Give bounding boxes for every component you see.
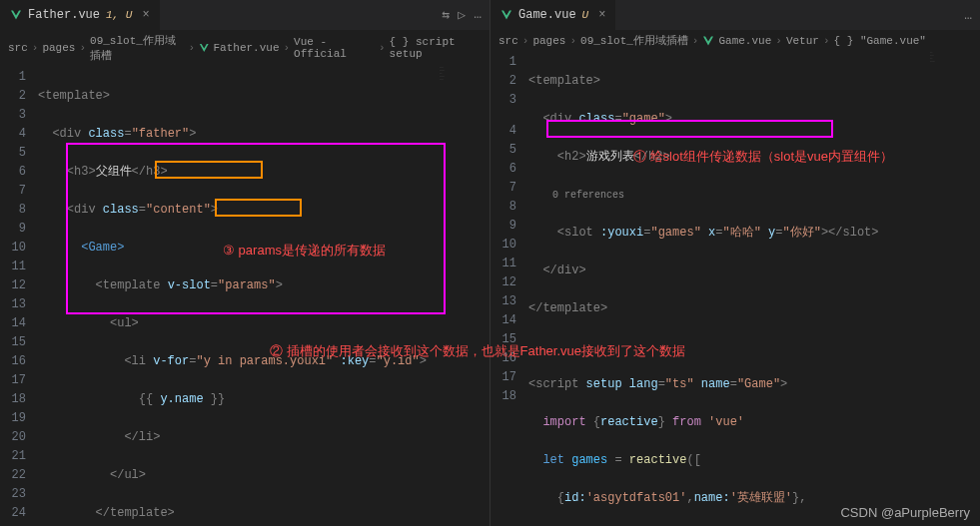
minimap[interactable]: ▬▬▬▬▬▬▬▬▬▬▬▬▬▬▬▬ <box>440 66 490 146</box>
tab-actions: … <box>964 8 980 23</box>
references-codelens[interactable]: 0 references <box>528 186 980 205</box>
vue-icon <box>199 42 210 54</box>
tab-label: Game.vue <box>518 8 576 22</box>
tab-father-vue[interactable]: Father.vue 1, U × <box>0 0 160 30</box>
vue-icon <box>702 35 714 47</box>
breadcrumb[interactable]: src› pages› 09_slot_作用域插槽› Father.vue› V… <box>0 30 490 66</box>
more-icon[interactable]: … <box>964 8 972 23</box>
minimap[interactable]: ▬▬▬▬▬▬▬▬▬▬▬ <box>930 51 980 131</box>
tab-modified: U <box>582 9 589 21</box>
editor-left[interactable]: 1234567891011121314151617181920212223242… <box>0 66 490 526</box>
watermark: CSDN @aPurpleBerry <box>840 505 970 520</box>
tab-label: Father.vue <box>28 8 100 22</box>
code-area[interactable]: <template> <div class="father"> <h3>父组件<… <box>38 66 490 526</box>
compare-icon[interactable]: ⇆ <box>443 7 451 23</box>
close-icon[interactable]: × <box>598 8 605 22</box>
tab-bar: Game.vue U × … <box>490 0 980 30</box>
editor-pane-right: Game.vue U × … src› pages› 09_slot_作用域插槽… <box>490 0 980 526</box>
tab-modified: 1, U <box>106 9 132 21</box>
editor-pane-left: Father.vue 1, U × ⇆ ▷ … src› pages› 09_s… <box>0 0 490 526</box>
line-gutter: 1234567891011121314151617181920212223242… <box>0 66 38 526</box>
line-gutter: 123456789101112131415161718 <box>490 51 528 526</box>
tab-actions: ⇆ ▷ … <box>443 7 490 23</box>
more-icon[interactable]: … <box>474 7 482 23</box>
tab-game-vue[interactable]: Game.vue U × <box>490 0 615 30</box>
breadcrumb[interactable]: src› pages› 09_slot_作用域插槽› Game.vue› Vet… <box>490 30 980 51</box>
editor-right[interactable]: 123456789101112131415161718 <template> <… <box>490 51 980 526</box>
vue-icon <box>500 9 512 21</box>
close-icon[interactable]: × <box>142 8 149 22</box>
code-area[interactable]: <template> <div class="game"> <h2>游戏列表</… <box>528 51 980 526</box>
tab-bar: Father.vue 1, U × ⇆ ▷ … <box>0 0 490 30</box>
run-icon[interactable]: ▷ <box>458 7 466 23</box>
vue-icon <box>10 9 22 21</box>
